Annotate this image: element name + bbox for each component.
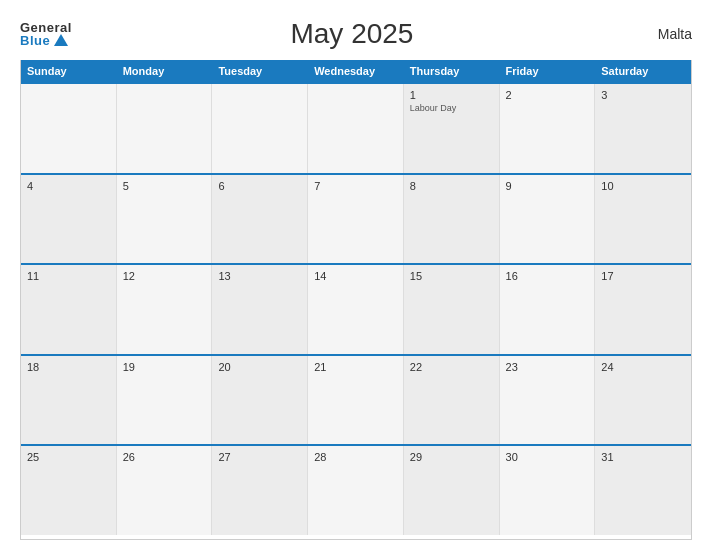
calendar-cell-w5-d2: 26 — [117, 446, 213, 535]
cell-day-number: 1 — [410, 89, 493, 101]
calendar-cell-w2-d2: 5 — [117, 175, 213, 264]
cell-day-number: 25 — [27, 451, 110, 463]
calendar-grid: Sunday Monday Tuesday Wednesday Thursday… — [20, 60, 692, 540]
header-tuesday: Tuesday — [212, 60, 308, 82]
header-monday: Monday — [117, 60, 213, 82]
logo-blue-row: Blue — [20, 34, 68, 47]
country-label: Malta — [632, 26, 692, 42]
cell-day-number: 14 — [314, 270, 397, 282]
calendar-cell-w3-d5: 15 — [404, 265, 500, 354]
cell-day-number: 30 — [506, 451, 589, 463]
calendar-cell-w5-d1: 25 — [21, 446, 117, 535]
cell-event-label: Labour Day — [410, 103, 493, 113]
calendar-page: General Blue May 2025 Malta Sunday Monda… — [0, 0, 712, 550]
calendar-cell-w5-d7: 31 — [595, 446, 691, 535]
cell-day-number: 11 — [27, 270, 110, 282]
calendar-cell-w1-d6: 2 — [500, 84, 596, 173]
calendar-header: Sunday Monday Tuesday Wednesday Thursday… — [21, 60, 691, 82]
cell-day-number: 9 — [506, 180, 589, 192]
calendar-cell-w3-d4: 14 — [308, 265, 404, 354]
cell-day-number: 4 — [27, 180, 110, 192]
calendar-cell-w4-d7: 24 — [595, 356, 691, 445]
cell-day-number: 27 — [218, 451, 301, 463]
cell-day-number: 6 — [218, 180, 301, 192]
cell-day-number: 29 — [410, 451, 493, 463]
cell-day-number: 20 — [218, 361, 301, 373]
page-title: May 2025 — [72, 18, 632, 50]
cell-day-number: 28 — [314, 451, 397, 463]
calendar-cell-w2-d6: 9 — [500, 175, 596, 264]
header-thursday: Thursday — [404, 60, 500, 82]
calendar-cell-w3-d1: 11 — [21, 265, 117, 354]
cell-day-number: 10 — [601, 180, 685, 192]
cell-day-number: 13 — [218, 270, 301, 282]
calendar-week-3: 11121314151617 — [21, 263, 691, 354]
calendar-cell-w1-d1 — [21, 84, 117, 173]
cell-day-number: 19 — [123, 361, 206, 373]
calendar-cell-w2-d5: 8 — [404, 175, 500, 264]
header-wednesday: Wednesday — [308, 60, 404, 82]
calendar-cell-w5-d3: 27 — [212, 446, 308, 535]
cell-day-number: 7 — [314, 180, 397, 192]
calendar-cell-w3-d3: 13 — [212, 265, 308, 354]
calendar-cell-w5-d5: 29 — [404, 446, 500, 535]
calendar-cell-w4-d6: 23 — [500, 356, 596, 445]
header-sunday: Sunday — [21, 60, 117, 82]
calendar-cell-w3-d6: 16 — [500, 265, 596, 354]
header-friday: Friday — [500, 60, 596, 82]
calendar-week-2: 45678910 — [21, 173, 691, 264]
cell-day-number: 31 — [601, 451, 685, 463]
calendar-week-4: 18192021222324 — [21, 354, 691, 445]
calendar-cell-w4-d5: 22 — [404, 356, 500, 445]
calendar-week-5: 25262728293031 — [21, 444, 691, 535]
calendar-cell-w4-d4: 21 — [308, 356, 404, 445]
logo: General Blue — [20, 21, 72, 47]
page-header: General Blue May 2025 Malta — [20, 18, 692, 50]
calendar-week-1: 1Labour Day23 — [21, 82, 691, 173]
cell-day-number: 23 — [506, 361, 589, 373]
calendar-cell-w5-d4: 28 — [308, 446, 404, 535]
cell-day-number: 17 — [601, 270, 685, 282]
calendar-cell-w4-d2: 19 — [117, 356, 213, 445]
cell-day-number: 12 — [123, 270, 206, 282]
cell-day-number: 15 — [410, 270, 493, 282]
cell-day-number: 24 — [601, 361, 685, 373]
calendar-cell-w4-d3: 20 — [212, 356, 308, 445]
cell-day-number: 3 — [601, 89, 685, 101]
cell-day-number: 2 — [506, 89, 589, 101]
calendar-cell-w1-d5: 1Labour Day — [404, 84, 500, 173]
calendar-cell-w1-d7: 3 — [595, 84, 691, 173]
calendar-cell-w2-d1: 4 — [21, 175, 117, 264]
calendar-cell-w5-d6: 30 — [500, 446, 596, 535]
calendar-body: 1Labour Day23456789101112131415161718192… — [21, 82, 691, 535]
calendar-cell-w3-d2: 12 — [117, 265, 213, 354]
logo-triangle-icon — [54, 34, 68, 46]
calendar-cell-w2-d3: 6 — [212, 175, 308, 264]
cell-day-number: 5 — [123, 180, 206, 192]
calendar-cell-w3-d7: 17 — [595, 265, 691, 354]
calendar-cell-w4-d1: 18 — [21, 356, 117, 445]
header-saturday: Saturday — [595, 60, 691, 82]
cell-day-number: 22 — [410, 361, 493, 373]
calendar-cell-w1-d2 — [117, 84, 213, 173]
cell-day-number: 16 — [506, 270, 589, 282]
cell-day-number: 21 — [314, 361, 397, 373]
calendar-cell-w1-d4 — [308, 84, 404, 173]
cell-day-number: 18 — [27, 361, 110, 373]
calendar-cell-w2-d7: 10 — [595, 175, 691, 264]
cell-day-number: 26 — [123, 451, 206, 463]
calendar-cell-w2-d4: 7 — [308, 175, 404, 264]
logo-blue-text: Blue — [20, 34, 50, 47]
cell-day-number: 8 — [410, 180, 493, 192]
calendar-cell-w1-d3 — [212, 84, 308, 173]
